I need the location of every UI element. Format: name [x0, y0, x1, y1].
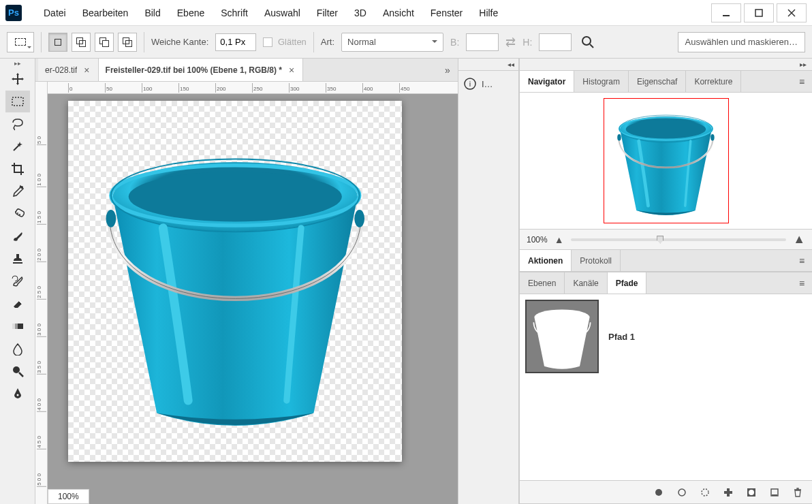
tab-ebenen[interactable]: Ebenen: [520, 272, 565, 294]
menubar: Ps Datei Bearbeiten Bild Ebene Schrift A…: [0, 0, 812, 26]
path-name-label[interactable]: Pfad 1: [608, 332, 635, 342]
svg-rect-13: [12, 97, 23, 106]
menu-hilfe[interactable]: Hilfe: [471, 3, 506, 22]
window-close-button[interactable]: [777, 3, 807, 22]
tool-lasso[interactable]: [5, 113, 30, 135]
selection-subtract-button[interactable]: [95, 33, 114, 52]
zoom-in-icon[interactable]: ▲: [793, 232, 805, 247]
navigator-preview[interactable]: [520, 93, 812, 229]
toolbox-expand[interactable]: ▸▸: [0, 59, 35, 68]
navigator-thumbnail: [607, 102, 725, 220]
main-row: ▸▸ er-028.tif × Freisteller-029.tif bei …: [0, 59, 812, 504]
menu-ansicht[interactable]: Ansicht: [375, 3, 422, 22]
panel-menu-button[interactable]: ≡: [792, 71, 812, 92]
tool-move[interactable]: [5, 68, 30, 90]
menu-filter[interactable]: Filter: [309, 3, 346, 22]
fill-path-icon[interactable]: [653, 486, 665, 499]
tab-pfade[interactable]: Pfade: [608, 272, 647, 294]
style-select[interactable]: Normal: [341, 33, 443, 52]
panel-menu-button[interactable]: ≡: [792, 250, 812, 271]
tool-crop[interactable]: [5, 158, 30, 180]
selection-to-path-icon[interactable]: [722, 486, 734, 499]
paths-list: Pfad 1: [520, 294, 812, 480]
tool-history-brush[interactable]: [5, 270, 30, 292]
collapsed-info-panel[interactable]: i I…: [458, 71, 518, 97]
menu-ebene[interactable]: Ebene: [169, 3, 213, 22]
menu-bearbeiten[interactable]: Bearbeiten: [74, 3, 137, 22]
tool-magic-wand[interactable]: [5, 136, 30, 157]
tab-korrekturen[interactable]: Korrekture: [686, 71, 741, 92]
navigator-viewport[interactable]: [604, 98, 729, 223]
tool-preset-dropdown[interactable]: [7, 32, 34, 52]
add-mask-icon[interactable]: [745, 486, 758, 499]
strip-collapse-button[interactable]: ◂◂: [458, 59, 518, 71]
tool-dodge[interactable]: [5, 360, 30, 382]
path-thumbnail: [525, 300, 599, 373]
tab-aktionen[interactable]: Aktionen: [520, 250, 572, 271]
tool-marquee[interactable]: [5, 91, 30, 112]
select-and-mask-button[interactable]: Auswählen und maskieren…: [678, 32, 805, 52]
tab-kanaele[interactable]: Kanäle: [565, 272, 607, 294]
canvas-stage[interactable]: 100%: [48, 94, 458, 504]
swap-wh-icon[interactable]: ⇄: [505, 35, 516, 50]
svg-point-17: [15, 211, 16, 212]
document-tabs: er-028.tif × Freisteller-029.tif bei 100…: [35, 59, 458, 82]
path-item[interactable]: Pfad 1: [522, 297, 809, 376]
tool-eraser[interactable]: [5, 293, 30, 315]
document-tab[interactable]: Freisteller-029.tif bei 100% (Ebene 1, R…: [99, 59, 304, 81]
antialias-checkbox[interactable]: [263, 37, 272, 47]
menu-schrift[interactable]: Schrift: [213, 3, 256, 22]
selection-intersect-button[interactable]: [118, 33, 137, 52]
info-icon: i: [464, 78, 476, 90]
svg-point-34: [749, 490, 754, 495]
window-minimize-button[interactable]: [711, 3, 741, 22]
feather-label: Weiche Kante:: [151, 37, 208, 47]
stroke-path-icon[interactable]: [676, 486, 688, 499]
svg-text:i: i: [469, 80, 471, 88]
canvas[interactable]: [68, 101, 402, 462]
svg-point-19: [19, 214, 20, 215]
tool-eyedropper[interactable]: [5, 180, 30, 202]
tool-stamp[interactable]: [5, 248, 30, 270]
tab-eigenschaften[interactable]: Eigenschaf: [629, 71, 686, 92]
tool-gradient[interactable]: [5, 315, 30, 337]
zoom-out-icon[interactable]: ▲: [555, 234, 564, 245]
tab-close-icon[interactable]: ×: [287, 65, 296, 76]
document-tab[interactable]: er-028.tif ×: [38, 59, 99, 81]
tool-healing[interactable]: [5, 203, 30, 225]
ruler-vertical[interactable]: 5 0 1 0 0 1 5 0 2 0 0 2 5 0 3 0 0 3 5 0 …: [35, 82, 48, 504]
tab-navigator[interactable]: Navigator: [520, 71, 574, 92]
feather-input[interactable]: [215, 33, 256, 51]
menu-datei[interactable]: Datei: [35, 3, 74, 22]
new-path-icon[interactable]: [768, 486, 781, 499]
tabs-overflow-button[interactable]: »: [437, 59, 458, 81]
delete-path-icon[interactable]: [792, 486, 804, 499]
refine-icon: [581, 35, 595, 49]
tool-pen[interactable]: [5, 383, 30, 405]
collapsed-panel-strip: ◂◂ i I…: [458, 59, 519, 504]
panel-menu-button[interactable]: ≡: [792, 272, 812, 294]
minimize-icon: [722, 9, 730, 17]
ruler-horizontal[interactable]: 0 50 100 150 200 250 300 350 400 450: [48, 82, 458, 94]
navigator-zoom-value[interactable]: 100%: [527, 235, 548, 245]
svg-point-29: [678, 489, 685, 496]
svg-point-11: [582, 37, 591, 45]
status-zoom-readout[interactable]: 100%: [48, 489, 89, 504]
menu-auswahl[interactable]: Auswahl: [256, 3, 309, 22]
width-label: B:: [450, 37, 459, 48]
tab-close-icon[interactable]: ×: [82, 65, 91, 76]
maximize-icon: [755, 9, 763, 17]
tab-histogram[interactable]: Histogram: [574, 71, 629, 92]
menu-fenster[interactable]: Fenster: [422, 3, 471, 22]
window-maximize-button[interactable]: [744, 3, 774, 22]
tab-protokoll[interactable]: Protokoll: [572, 250, 621, 271]
path-to-selection-icon[interactable]: [699, 486, 711, 499]
navigator-zoom-slider[interactable]: [571, 238, 787, 241]
tool-blur[interactable]: [5, 338, 30, 360]
selection-add-button[interactable]: [72, 33, 91, 52]
tool-brush[interactable]: [5, 225, 30, 247]
dock-collapse-button[interactable]: ▸▸: [520, 59, 812, 71]
menu-bild[interactable]: Bild: [136, 3, 168, 22]
selection-new-button[interactable]: [48, 33, 67, 52]
menu-3d[interactable]: 3D: [346, 3, 375, 22]
